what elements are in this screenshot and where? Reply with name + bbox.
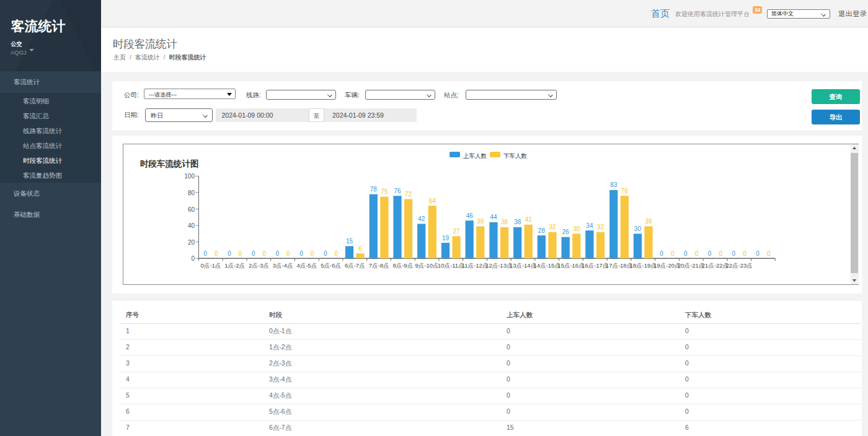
svg-text:30: 30 (573, 225, 580, 232)
svg-text:0: 0 (286, 250, 290, 257)
svg-text:32: 32 (597, 224, 604, 230)
svg-text:0: 0 (756, 250, 760, 257)
svg-text:12点-13点: 12点-13点 (485, 262, 512, 269)
svg-text:10点-11点: 10点-11点 (438, 262, 464, 269)
svg-text:20点-21点: 20点-21点 (678, 262, 704, 269)
svg-text:0: 0 (252, 250, 255, 257)
svg-text:76: 76 (621, 188, 629, 194)
svg-text:34: 34 (586, 222, 593, 229)
svg-text:0: 0 (311, 250, 314, 257)
svg-text:44: 44 (490, 214, 497, 220)
svg-text:2点-3点: 2点-3点 (249, 262, 269, 269)
svg-text:0: 0 (695, 250, 699, 257)
svg-text:3点-4点: 3点-4点 (273, 262, 293, 269)
svg-text:64: 64 (429, 198, 436, 204)
svg-text:9点-10点: 9点-10点 (415, 262, 438, 269)
svg-text:0: 0 (276, 250, 280, 257)
svg-text:60: 60 (188, 206, 195, 213)
svg-text:21点-22点: 21点-22点 (702, 262, 728, 269)
svg-text:17点-18点: 17点-18点 (606, 262, 632, 269)
svg-text:41: 41 (525, 216, 533, 223)
svg-text:14点-15点: 14点-15点 (534, 262, 560, 269)
svg-text:38: 38 (501, 219, 508, 225)
svg-text:32: 32 (549, 224, 556, 230)
svg-text:15: 15 (346, 238, 353, 245)
svg-text:6点-7点: 6点-7点 (345, 262, 365, 269)
svg-text:27: 27 (453, 228, 461, 235)
svg-text:38: 38 (514, 219, 521, 225)
svg-text:22点-23点: 22点-23点 (726, 262, 753, 269)
svg-text:75: 75 (381, 188, 388, 195)
svg-text:26: 26 (562, 229, 570, 235)
svg-text:100: 100 (184, 173, 195, 180)
svg-text:4点-5点: 4点-5点 (296, 262, 317, 269)
svg-text:16点-17点: 16点-17点 (582, 262, 608, 269)
svg-text:0: 0 (203, 250, 207, 257)
svg-text:20: 20 (188, 239, 195, 246)
svg-text:0: 0 (191, 255, 195, 262)
svg-text:19: 19 (442, 235, 450, 242)
svg-text:0: 0 (335, 250, 339, 257)
svg-text:0: 0 (743, 250, 746, 257)
svg-text:0: 0 (684, 250, 688, 257)
svg-text:39: 39 (477, 218, 484, 225)
svg-text:0: 0 (708, 250, 712, 257)
svg-text:0: 0 (239, 250, 242, 257)
svg-text:7点-8点: 7点-8点 (369, 262, 389, 269)
svg-text:15点-16点: 15点-16点 (557, 262, 584, 269)
svg-text:18点-19点: 18点-19点 (630, 262, 657, 269)
svg-text:11点-12点: 11点-12点 (462, 262, 489, 269)
svg-text:30: 30 (634, 225, 642, 232)
svg-text:76: 76 (394, 188, 401, 194)
svg-text:5点-6点: 5点-6点 (321, 262, 341, 269)
svg-text:13点-14点: 13点-14点 (510, 262, 536, 269)
svg-text:46: 46 (466, 212, 474, 219)
svg-text:19点-20点: 19点-20点 (653, 262, 680, 269)
svg-text:78: 78 (370, 186, 378, 193)
svg-text:8点-9点: 8点-9点 (392, 262, 413, 269)
svg-text:0: 0 (719, 250, 722, 257)
svg-text:6: 6 (358, 245, 362, 252)
svg-text:0: 0 (732, 250, 736, 257)
svg-text:0: 0 (262, 250, 266, 257)
svg-text:28: 28 (538, 227, 546, 234)
svg-text:0: 0 (299, 250, 303, 257)
svg-text:0: 0 (324, 250, 327, 257)
svg-text:83: 83 (610, 181, 618, 188)
svg-text:39: 39 (645, 218, 652, 225)
svg-text:0点-1点: 0点-1点 (201, 262, 221, 269)
svg-text:0: 0 (228, 250, 231, 257)
svg-text:0: 0 (660, 250, 663, 257)
svg-text:42: 42 (418, 216, 425, 222)
svg-text:0: 0 (215, 250, 218, 257)
svg-text:0: 0 (671, 250, 675, 257)
svg-text:72: 72 (405, 191, 412, 198)
svg-text:0: 0 (767, 250, 771, 257)
svg-text:80: 80 (188, 190, 195, 196)
svg-text:40: 40 (188, 222, 195, 229)
svg-text:1点-2点: 1点-2点 (224, 262, 245, 269)
